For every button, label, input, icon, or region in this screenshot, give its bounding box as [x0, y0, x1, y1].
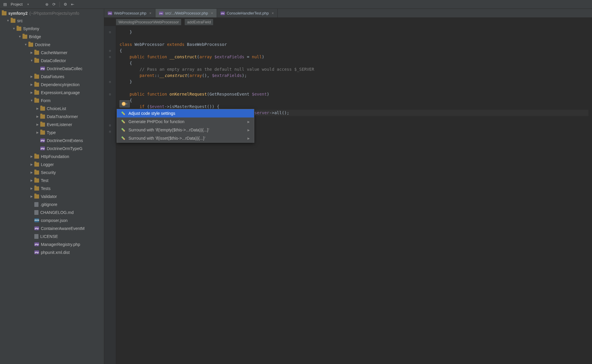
breadcrumb-path[interactable]: \Monolog\Processor\WebProcessor [116, 19, 181, 25]
tree-arrow-icon[interactable] [36, 107, 40, 110]
folder-icon [28, 43, 33, 47]
tree-item[interactable]: Test [0, 176, 104, 184]
tree-item[interactable]: ManagerRegistry.php [0, 240, 104, 248]
editor-tab[interactable]: src/.../WebProcessor.php× [155, 9, 217, 17]
tree-arrow-icon[interactable] [30, 91, 34, 94]
tree-arrow-icon[interactable] [36, 131, 40, 134]
tree-item[interactable]: DataCollector [0, 57, 104, 65]
project-sidebar: symfony2 (~/PhpstormProjects/symfo srcSy… [0, 9, 104, 364]
tree-arrow-icon[interactable] [30, 187, 34, 190]
tree-arrow-icon[interactable] [6, 19, 10, 22]
tree-item-label: DataTransformer [47, 114, 78, 119]
tree-arrow-icon[interactable] [24, 43, 28, 46]
submenu-arrow-icon: ▶ [247, 127, 250, 133]
intent-generate-phpdoc[interactable]: Generate PHPDoc for function ▶ [117, 117, 254, 126]
folder-icon [34, 99, 39, 103]
code-editor[interactable]: ⊟ ⊟ ⊟ ⊟ ⊟ ⊟ ⊟ } cla [104, 26, 592, 364]
project-label: Project [9, 2, 22, 7]
code-body[interactable]: } class WebProcessor extends BaseWebProc… [116, 26, 592, 364]
tree-item[interactable]: Security [0, 168, 104, 176]
tree-item-label: Form [41, 98, 51, 103]
tree-item[interactable]: .gitignore [0, 200, 104, 208]
folder-icon [40, 115, 45, 119]
tree-item[interactable]: Doctrine [0, 41, 104, 49]
tree-arrow-icon[interactable] [30, 155, 34, 158]
close-icon[interactable]: × [211, 11, 213, 15]
folder-icon [11, 19, 15, 23]
tree-item[interactable]: ChoiceList [0, 104, 104, 112]
tree-item-label: composer.json [41, 218, 67, 223]
target-icon[interactable]: ⊕ [44, 2, 49, 7]
tree-item[interactable]: Form [0, 96, 104, 104]
tree-arrow-icon[interactable] [30, 195, 34, 198]
project-dropdown-icon[interactable]: ▼ [27, 3, 29, 6]
close-icon[interactable]: × [149, 11, 152, 15]
tree-item[interactable]: DoctrineDataCollec [0, 65, 104, 73]
editor-tab[interactable]: WebProcessor.php× [104, 9, 155, 17]
tree-item[interactable]: CacheWarmer [0, 49, 104, 57]
intent-adjust-code-style[interactable]: Adjust code style settings [117, 109, 254, 117]
tree-item[interactable]: DataTransformer [0, 112, 104, 120]
refresh-icon[interactable]: ⟳ [51, 2, 57, 7]
intent-surround-empty[interactable]: Surround with 'if(!empty($this->...rData… [117, 126, 254, 134]
tree-item[interactable]: Validator [0, 192, 104, 200]
tree-arrow-icon[interactable] [30, 163, 34, 166]
tree-arrow-icon[interactable] [36, 123, 40, 126]
tree-item[interactable]: phpunit.xml.dist [0, 248, 104, 256]
tree-item-label: phpunit.xml.dist [41, 250, 70, 255]
intention-bulb[interactable]: ▼ [120, 100, 130, 107]
tree-item[interactable]: composer.json [0, 216, 104, 224]
tree-item-label: EventListener [47, 122, 72, 127]
php-file-icon [108, 12, 112, 15]
breadcrumb-method[interactable]: addExtraField [185, 19, 213, 25]
tree-arrow-icon[interactable] [30, 59, 34, 62]
gear-icon[interactable]: ⚙ [63, 2, 68, 7]
tree-item[interactable]: HttpFoundation [0, 152, 104, 160]
tree-arrow-icon[interactable] [30, 51, 34, 54]
tree-arrow-icon[interactable] [30, 83, 34, 86]
tree-arrow-icon[interactable] [30, 171, 34, 174]
tree-arrow-icon[interactable] [36, 115, 40, 118]
submenu-arrow-icon: ▶ [247, 135, 250, 141]
folder-icon [17, 27, 21, 31]
tree-item[interactable]: DataFixtures [0, 73, 104, 80]
folder-icon [34, 178, 39, 183]
tree-arrow-icon[interactable] [18, 35, 22, 38]
chevron-down-icon: ▼ [126, 101, 128, 107]
editor-tab[interactable]: ConsoleHandlerTest.php× [217, 9, 278, 17]
project-root[interactable]: symfony2 (~/PhpstormProjects/symfo [0, 10, 104, 17]
tree-arrow-icon[interactable] [30, 99, 34, 102]
tree-item[interactable]: DoctrineOrmExtens [0, 136, 104, 144]
tree-item[interactable]: Tests [0, 184, 104, 192]
tree-item[interactable]: CHANGELOG.md [0, 208, 104, 216]
tree-item[interactable]: DoctrineOrmTypeG [0, 144, 104, 152]
tree-item-label: ExpressionLanguage [41, 90, 80, 95]
pencil-icon [121, 136, 125, 140]
file-icon [34, 234, 38, 239]
tree-item[interactable]: Logger [0, 160, 104, 168]
tree-item[interactable]: Bridge [0, 33, 104, 41]
tree-item[interactable]: ExpressionLanguage [0, 88, 104, 96]
tree-item-label: Bridge [29, 34, 41, 39]
tree-item[interactable]: EventListener [0, 120, 104, 128]
folder-icon [22, 35, 27, 39]
tab-label: WebProcessor.php [114, 11, 147, 15]
tree-item[interactable]: LICENSE [0, 232, 104, 240]
close-icon[interactable]: × [272, 11, 274, 15]
tree-item-label: DataFixtures [41, 74, 64, 79]
intent-item-label: Surround with 'if(isset($this->...rData)… [128, 135, 205, 141]
tree-arrow-icon[interactable] [12, 27, 16, 30]
project-tool-icon[interactable]: ▤ [2, 2, 8, 7]
tab-label: src/.../WebProcessor.php [165, 11, 208, 15]
tree-item[interactable]: ContainerAwareEventM [0, 224, 104, 232]
tree-item[interactable]: Symfony [0, 25, 104, 33]
tree-arrow-icon[interactable] [30, 179, 34, 182]
tree-arrow-icon[interactable] [30, 75, 34, 78]
tree-item[interactable]: Type [0, 128, 104, 136]
tree-item[interactable]: DependencyInjection [0, 80, 104, 88]
collapse-icon[interactable]: ⇤ [70, 2, 75, 7]
file-icon [34, 202, 38, 207]
intent-surround-isset[interactable]: Surround with 'if(isset($this->...rData)… [117, 134, 254, 142]
tree-item[interactable]: src [0, 17, 104, 25]
folder-icon [2, 11, 7, 15]
